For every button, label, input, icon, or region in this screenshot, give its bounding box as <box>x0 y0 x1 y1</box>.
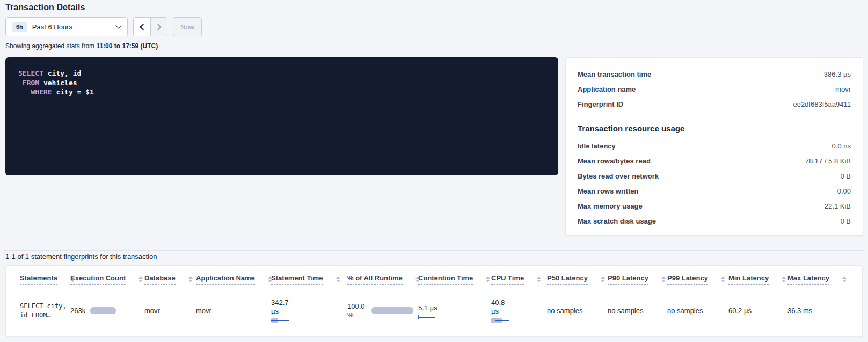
application-name-value: movr <box>196 307 211 315</box>
statement-link-line1[interactable]: SELECT city, <box>20 302 70 311</box>
column-header-p99-latency[interactable]: P99 Latency <box>667 266 728 293</box>
sort-icon[interactable] <box>336 276 340 282</box>
summary-value: 386.3 µs <box>824 70 851 78</box>
runtime-pct-value: 100.0 <box>347 302 365 311</box>
column-header-p90-latency[interactable]: P90 Latency <box>608 266 667 293</box>
cpu-time-bar <box>491 318 518 323</box>
aggregated-stats-caption: Showing aggregated stats from 11:00 to 1… <box>5 42 158 50</box>
statement-link-line2[interactable]: id FROM… <box>20 311 70 320</box>
sort-icon[interactable] <box>601 276 605 282</box>
cell-min-latency: 60.2 µs <box>728 293 787 329</box>
summary-row-application-name: Application name movr <box>578 81 851 96</box>
summary-label: Fingerprint ID <box>578 100 623 108</box>
resource-row-mean-rows-bytes-read: Mean rows/bytes read 78.17 / 5.8 KiB <box>578 153 851 168</box>
next-interval-button[interactable] <box>150 18 167 36</box>
min-latency-value: 60.2 µs <box>728 307 752 315</box>
summary-label: Mean transaction time <box>578 70 651 78</box>
resource-row-idle-latency: Idle latency 0.0 ns <box>578 138 851 153</box>
stats-caption-prefix: Showing aggregated stats from <box>5 42 96 50</box>
time-step-buttons <box>133 17 167 36</box>
contention-time-value: 5.1 µs <box>418 304 491 312</box>
cpu-time-value: 40.8 <box>491 299 547 307</box>
summary-row-mean-transaction-time: Mean transaction time 386.3 µs <box>578 66 851 81</box>
summary-row-fingerprint-id: Fingerprint ID ee2df683f5aa9411 <box>578 96 851 111</box>
summary-value: ee2df683f5aa9411 <box>793 100 851 108</box>
column-label: Statements <box>20 274 57 285</box>
column-label: Application Name <box>196 274 255 285</box>
sort-icon[interactable] <box>188 276 193 282</box>
fingerprints-caption: 1-1 of 1 statement fingerprints for this… <box>5 252 157 261</box>
sort-icon[interactable] <box>721 276 725 282</box>
column-label: Execution Count <box>70 274 126 285</box>
sort-icon[interactable] <box>842 276 847 282</box>
cell-statement[interactable]: SELECT city, id FROM… <box>6 293 70 329</box>
resource-value: 0 B <box>840 217 851 225</box>
statement-time-bar <box>271 318 298 323</box>
execution-count-bar <box>90 307 116 314</box>
sort-icon[interactable] <box>486 276 490 282</box>
resource-value: 0.00 <box>837 187 851 195</box>
sql-text: city, id <box>43 69 81 77</box>
sort-icon[interactable] <box>537 276 541 282</box>
column-label: % of All Runtime <box>347 274 403 285</box>
sql-keyword: WHERE <box>18 88 52 96</box>
sort-icon[interactable] <box>661 276 666 282</box>
resource-value: 0 B <box>840 172 851 180</box>
column-label: Database <box>144 274 176 285</box>
resource-value: 22.1 KiB <box>825 202 851 210</box>
column-header-execution-count[interactable]: Execution Count <box>70 266 144 293</box>
resource-label: Mean rows written <box>578 187 638 195</box>
column-label: P99 Latency <box>667 274 708 285</box>
column-header-application-name[interactable]: Application Name <box>196 266 271 293</box>
statements-table-card: Statements Execution Count Database Appl… <box>5 265 863 337</box>
statements-table: Statements Execution Count Database Appl… <box>6 266 862 329</box>
column-header-runtime-pct[interactable]: % of All Runtime <box>347 266 418 293</box>
resource-usage-heading: Transaction resource usage <box>578 124 851 133</box>
cell-p50-latency: no samples <box>547 293 608 329</box>
column-header-p50-latency[interactable]: P50 Latency <box>547 266 608 293</box>
now-button[interactable]: Now <box>173 17 202 36</box>
database-value: movr <box>144 307 160 315</box>
cell-application-name: movr <box>196 293 271 329</box>
chevron-left-icon <box>140 24 147 31</box>
resource-value: 0.0 ns <box>832 142 851 150</box>
column-header-statements[interactable]: Statements <box>6 266 70 293</box>
cell-p99-latency: no samples <box>667 293 728 329</box>
column-label: Max Latency <box>787 274 829 285</box>
cpu-time-unit: µs <box>491 307 547 316</box>
transaction-summary-panel: Mean transaction time 386.3 µs Applicati… <box>565 57 863 236</box>
table-header-row: Statements Execution Count Database Appl… <box>6 266 862 293</box>
sql-statement-box: SELECT city, id FROM vehicles WHERE city… <box>5 57 558 175</box>
sort-icon[interactable] <box>782 276 786 282</box>
column-header-database[interactable]: Database <box>144 266 196 293</box>
column-header-min-latency[interactable]: Min Latency <box>728 266 787 293</box>
column-label: Contention Time <box>418 274 473 285</box>
resource-label: Idle latency <box>578 142 616 150</box>
column-header-contention-time[interactable]: Contention Time <box>418 266 491 293</box>
prev-interval-button[interactable] <box>134 18 150 36</box>
contention-time-bar <box>418 316 435 318</box>
cell-database: movr <box>144 293 196 329</box>
time-range-badge: 6h <box>12 22 27 32</box>
section-divider <box>4 250 864 251</box>
resource-row-mean-rows-written: Mean rows written 0.00 <box>578 183 851 198</box>
execution-count-value: 263k <box>70 307 85 315</box>
chevron-right-icon <box>155 24 162 31</box>
resource-row-max-memory-usage: Max memory usage 22.1 KiB <box>578 198 851 213</box>
sql-keyword: FROM <box>18 79 39 87</box>
sql-text: city = $1 <box>52 88 94 96</box>
time-range-dropdown[interactable]: 6h Past 6 Hours <box>5 17 128 36</box>
resource-label: Bytes read over network <box>578 172 659 180</box>
page-title: Transaction Details <box>5 3 85 12</box>
column-header-max-latency[interactable]: Max Latency <box>787 266 862 293</box>
column-header-statement-time[interactable]: Statement Time <box>271 266 347 293</box>
column-label: P90 Latency <box>608 274 648 285</box>
column-header-cpu-time[interactable]: CPU Time <box>491 266 547 293</box>
cell-contention-time: 5.1 µs <box>418 293 491 329</box>
p99-latency-value: no samples <box>667 307 703 315</box>
column-label: CPU Time <box>491 274 524 285</box>
resource-value: 78.17 / 5.8 KiB <box>805 157 851 165</box>
statement-time-unit: µs <box>271 307 347 316</box>
summary-label: Application name <box>578 85 636 93</box>
sort-icon[interactable] <box>138 276 143 282</box>
